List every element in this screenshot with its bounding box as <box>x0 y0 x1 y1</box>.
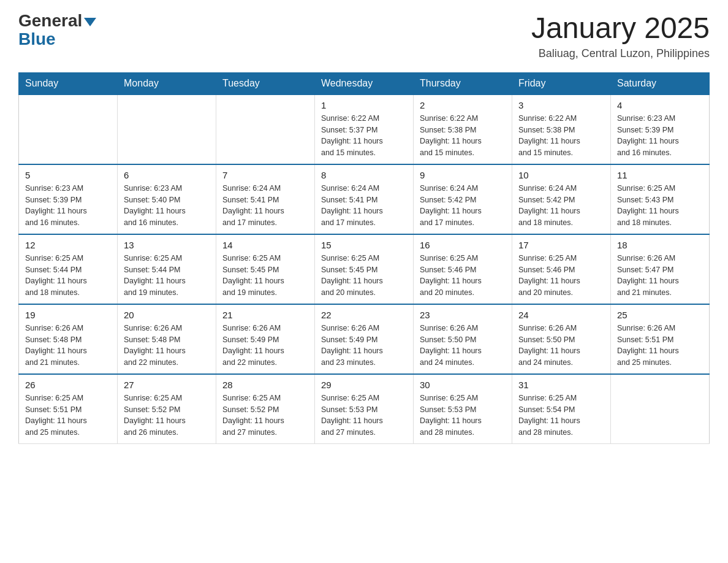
day-number: 28 <box>222 380 308 390</box>
day-cell: 19Sunrise: 6:26 AM Sunset: 5:48 PM Dayli… <box>19 304 118 374</box>
day-cell: 26Sunrise: 6:25 AM Sunset: 5:51 PM Dayli… <box>19 374 118 444</box>
day-number: 4 <box>617 100 703 110</box>
day-info: Sunrise: 6:24 AM Sunset: 5:41 PM Dayligh… <box>222 183 308 229</box>
day-number: 15 <box>321 240 407 250</box>
day-cell: 20Sunrise: 6:26 AM Sunset: 5:48 PM Dayli… <box>118 304 216 374</box>
day-cell: 12Sunrise: 6:25 AM Sunset: 5:44 PM Dayli… <box>19 234 118 304</box>
day-number: 19 <box>25 310 111 320</box>
day-info: Sunrise: 6:24 AM Sunset: 5:42 PM Dayligh… <box>420 183 506 229</box>
day-info: Sunrise: 6:25 AM Sunset: 5:45 PM Dayligh… <box>321 253 407 299</box>
day-cell: 4Sunrise: 6:23 AM Sunset: 5:39 PM Daylig… <box>611 94 710 164</box>
day-number: 14 <box>222 240 308 250</box>
day-number: 7 <box>222 170 308 180</box>
day-number: 30 <box>420 380 506 390</box>
day-number: 26 <box>25 380 111 390</box>
day-number: 16 <box>420 240 506 250</box>
day-number: 6 <box>124 170 210 180</box>
day-info: Sunrise: 6:25 AM Sunset: 5:51 PM Dayligh… <box>25 393 111 439</box>
day-cell: 8Sunrise: 6:24 AM Sunset: 5:41 PM Daylig… <box>315 164 414 234</box>
day-cell: 29Sunrise: 6:25 AM Sunset: 5:53 PM Dayli… <box>315 374 414 444</box>
day-info: Sunrise: 6:25 AM Sunset: 5:43 PM Dayligh… <box>617 183 703 229</box>
day-info: Sunrise: 6:25 AM Sunset: 5:53 PM Dayligh… <box>321 393 407 439</box>
day-cell: 7Sunrise: 6:24 AM Sunset: 5:41 PM Daylig… <box>216 164 315 234</box>
day-info: Sunrise: 6:25 AM Sunset: 5:46 PM Dayligh… <box>420 253 506 299</box>
day-cell: 11Sunrise: 6:25 AM Sunset: 5:43 PM Dayli… <box>611 164 710 234</box>
day-cell: 21Sunrise: 6:26 AM Sunset: 5:49 PM Dayli… <box>216 304 315 374</box>
day-number: 8 <box>321 170 407 180</box>
day-info: Sunrise: 6:25 AM Sunset: 5:52 PM Dayligh… <box>222 393 308 439</box>
day-cell: 9Sunrise: 6:24 AM Sunset: 5:42 PM Daylig… <box>414 164 512 234</box>
logo-blue: Blue <box>18 29 56 49</box>
day-cell <box>19 94 118 164</box>
logo-triangle-icon <box>84 18 96 26</box>
day-cell <box>216 94 315 164</box>
day-number: 9 <box>420 170 506 180</box>
day-cell: 28Sunrise: 6:25 AM Sunset: 5:52 PM Dayli… <box>216 374 315 444</box>
header-cell-thursday: Thursday <box>414 72 512 94</box>
day-info: Sunrise: 6:26 AM Sunset: 5:50 PM Dayligh… <box>518 323 604 369</box>
day-number: 31 <box>518 380 604 390</box>
day-number: 10 <box>518 170 604 180</box>
day-number: 2 <box>420 100 506 110</box>
day-info: Sunrise: 6:24 AM Sunset: 5:41 PM Dayligh… <box>321 183 407 229</box>
day-cell: 23Sunrise: 6:26 AM Sunset: 5:50 PM Dayli… <box>414 304 512 374</box>
day-cell: 18Sunrise: 6:26 AM Sunset: 5:47 PM Dayli… <box>611 234 710 304</box>
day-info: Sunrise: 6:22 AM Sunset: 5:38 PM Dayligh… <box>518 113 604 159</box>
day-cell: 15Sunrise: 6:25 AM Sunset: 5:45 PM Dayli… <box>315 234 414 304</box>
day-info: Sunrise: 6:25 AM Sunset: 5:45 PM Dayligh… <box>222 253 308 299</box>
day-number: 17 <box>518 240 604 250</box>
day-info: Sunrise: 6:25 AM Sunset: 5:44 PM Dayligh… <box>25 253 111 299</box>
day-cell: 14Sunrise: 6:25 AM Sunset: 5:45 PM Dayli… <box>216 234 315 304</box>
day-info: Sunrise: 6:26 AM Sunset: 5:47 PM Dayligh… <box>617 253 703 299</box>
day-cell: 2Sunrise: 6:22 AM Sunset: 5:38 PM Daylig… <box>414 94 512 164</box>
day-number: 21 <box>222 310 308 320</box>
header-cell-friday: Friday <box>512 72 611 94</box>
day-number: 3 <box>518 100 604 110</box>
day-info: Sunrise: 6:25 AM Sunset: 5:52 PM Dayligh… <box>124 393 210 439</box>
page-header: General Blue January 2025 Baliuag, Centr… <box>18 12 710 60</box>
week-row-4: 19Sunrise: 6:26 AM Sunset: 5:48 PM Dayli… <box>19 304 710 374</box>
day-cell <box>118 94 216 164</box>
day-cell: 27Sunrise: 6:25 AM Sunset: 5:52 PM Dayli… <box>118 374 216 444</box>
week-row-2: 5Sunrise: 6:23 AM Sunset: 5:39 PM Daylig… <box>19 164 710 234</box>
day-cell: 6Sunrise: 6:23 AM Sunset: 5:40 PM Daylig… <box>118 164 216 234</box>
page-subtitle: Baliuag, Central Luzon, Philippines <box>531 47 710 60</box>
header-cell-wednesday: Wednesday <box>315 72 414 94</box>
day-cell: 10Sunrise: 6:24 AM Sunset: 5:42 PM Dayli… <box>512 164 611 234</box>
day-info: Sunrise: 6:25 AM Sunset: 5:54 PM Dayligh… <box>518 393 604 439</box>
day-cell: 5Sunrise: 6:23 AM Sunset: 5:39 PM Daylig… <box>19 164 118 234</box>
logo-general: General <box>18 12 82 29</box>
day-cell: 3Sunrise: 6:22 AM Sunset: 5:38 PM Daylig… <box>512 94 611 164</box>
day-info: Sunrise: 6:23 AM Sunset: 5:39 PM Dayligh… <box>617 113 703 159</box>
header-cell-saturday: Saturday <box>611 72 710 94</box>
day-info: Sunrise: 6:26 AM Sunset: 5:50 PM Dayligh… <box>420 323 506 369</box>
week-row-1: 1Sunrise: 6:22 AM Sunset: 5:37 PM Daylig… <box>19 94 710 164</box>
header-row: SundayMondayTuesdayWednesdayThursdayFrid… <box>19 72 710 94</box>
day-info: Sunrise: 6:24 AM Sunset: 5:42 PM Dayligh… <box>518 183 604 229</box>
header-cell-sunday: Sunday <box>19 72 118 94</box>
day-info: Sunrise: 6:26 AM Sunset: 5:49 PM Dayligh… <box>222 323 308 369</box>
calendar-header: SundayMondayTuesdayWednesdayThursdayFrid… <box>19 72 710 94</box>
day-info: Sunrise: 6:22 AM Sunset: 5:38 PM Dayligh… <box>420 113 506 159</box>
week-row-3: 12Sunrise: 6:25 AM Sunset: 5:44 PM Dayli… <box>19 234 710 304</box>
page-title: January 2025 <box>531 12 710 45</box>
day-cell: 17Sunrise: 6:25 AM Sunset: 5:46 PM Dayli… <box>512 234 611 304</box>
logo: General Blue <box>18 12 96 49</box>
day-number: 1 <box>321 100 407 110</box>
day-cell <box>611 374 710 444</box>
day-number: 12 <box>25 240 111 250</box>
day-cell: 16Sunrise: 6:25 AM Sunset: 5:46 PM Dayli… <box>414 234 512 304</box>
day-cell: 25Sunrise: 6:26 AM Sunset: 5:51 PM Dayli… <box>611 304 710 374</box>
day-info: Sunrise: 6:25 AM Sunset: 5:53 PM Dayligh… <box>420 393 506 439</box>
calendar-table: SundayMondayTuesdayWednesdayThursdayFrid… <box>18 72 710 444</box>
day-cell: 1Sunrise: 6:22 AM Sunset: 5:37 PM Daylig… <box>315 94 414 164</box>
day-number: 23 <box>420 310 506 320</box>
day-number: 29 <box>321 380 407 390</box>
day-number: 25 <box>617 310 703 320</box>
day-info: Sunrise: 6:26 AM Sunset: 5:48 PM Dayligh… <box>124 323 210 369</box>
day-number: 20 <box>124 310 210 320</box>
day-cell: 24Sunrise: 6:26 AM Sunset: 5:50 PM Dayli… <box>512 304 611 374</box>
day-info: Sunrise: 6:26 AM Sunset: 5:51 PM Dayligh… <box>617 323 703 369</box>
day-number: 11 <box>617 170 703 180</box>
day-number: 27 <box>124 380 210 390</box>
